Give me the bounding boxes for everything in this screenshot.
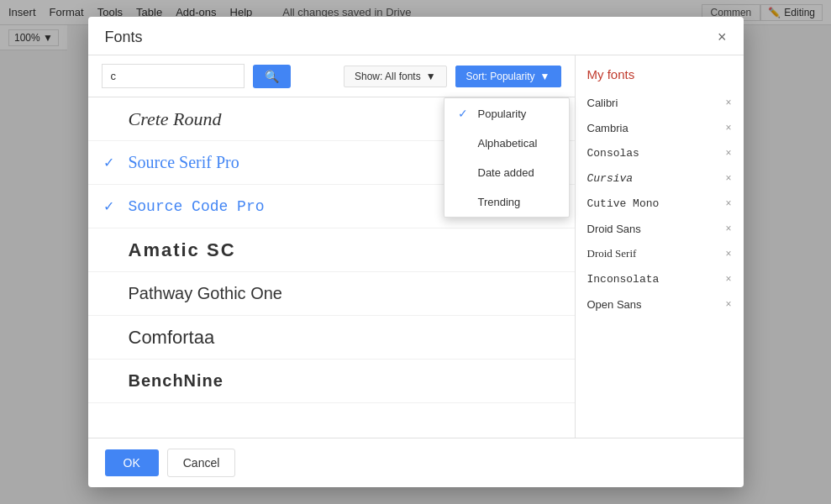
remove-font-button[interactable]: × bbox=[725, 273, 731, 285]
font-name: Pathway Gothic One bbox=[129, 284, 282, 303]
font-search-panel: 🔍 Show: All fonts ▼ Sort: Popularity ▼ bbox=[88, 55, 576, 438]
my-font-droid-sans[interactable]: Droid Sans × bbox=[576, 216, 744, 241]
font-label: Open Sans bbox=[587, 298, 642, 311]
sort-item-trending[interactable]: Trending bbox=[444, 187, 569, 217]
my-fonts-title: My fonts bbox=[576, 67, 744, 90]
font-item-pathway[interactable]: Pathway Gothic One bbox=[88, 272, 575, 316]
chevron-down-icon: ▼ bbox=[426, 71, 436, 82]
font-name: BenchNine bbox=[129, 371, 224, 391]
my-fonts-panel: My fonts Calibri × Cambria × Consolas × … bbox=[576, 55, 744, 438]
font-label: Cutive Mono bbox=[587, 197, 660, 210]
chevron-down-icon-sort: ▼ bbox=[540, 71, 550, 82]
my-font-cambria[interactable]: Cambria × bbox=[576, 115, 744, 140]
font-label: Calibri bbox=[587, 97, 618, 109]
font-label: Inconsolata bbox=[587, 273, 660, 286]
sort-item-date-added[interactable]: Date added bbox=[444, 158, 569, 187]
my-font-inconsolata[interactable]: Inconsolata × bbox=[576, 266, 744, 291]
remove-font-button[interactable]: × bbox=[725, 172, 731, 184]
fonts-dialog: Fonts × 🔍 Show: All fonts ▼ bbox=[88, 17, 744, 487]
font-item-comfortaa[interactable]: Comfortaa bbox=[88, 316, 575, 360]
modal-overlay: Fonts × 🔍 Show: All fonts ▼ bbox=[0, 0, 831, 504]
ok-button[interactable]: OK bbox=[105, 449, 159, 476]
font-name: Comfortaa bbox=[129, 327, 215, 349]
sort-filter-button[interactable]: Sort: Popularity ▼ bbox=[455, 66, 561, 87]
search-icon: 🔍 bbox=[265, 70, 279, 83]
my-font-consolas[interactable]: Consolas × bbox=[576, 140, 744, 165]
check-icon-source-serif: ✓ bbox=[102, 155, 117, 171]
search-filter-row: 🔍 Show: All fonts ▼ Sort: Popularity ▼ bbox=[88, 55, 575, 97]
my-font-calibri[interactable]: Calibri × bbox=[576, 90, 744, 115]
my-font-open-sans[interactable]: Open Sans × bbox=[576, 291, 744, 317]
font-name: Source Serif Pro bbox=[129, 153, 239, 172]
cancel-button[interactable]: Cancel bbox=[167, 449, 236, 477]
remove-font-button[interactable]: × bbox=[725, 298, 731, 310]
remove-font-button[interactable]: × bbox=[725, 122, 731, 134]
font-label: Consolas bbox=[587, 147, 639, 160]
font-item-benchnine[interactable]: BenchNine bbox=[88, 360, 575, 403]
font-name: Amatic SC bbox=[129, 239, 236, 261]
sort-item-popularity[interactable]: ✓ Popularity bbox=[444, 98, 569, 129]
my-font-cursiva[interactable]: Cursiva × bbox=[576, 165, 744, 191]
modal-body: 🔍 Show: All fonts ▼ Sort: Popularity ▼ bbox=[88, 55, 744, 438]
modal-header: Fonts × bbox=[88, 17, 744, 55]
sort-item-alphabetical[interactable]: Alphabetical bbox=[444, 129, 569, 158]
my-font-droid-serif[interactable]: Droid Serif × bbox=[576, 241, 744, 266]
remove-font-button[interactable]: × bbox=[725, 97, 731, 108]
font-name: Source Code Pro bbox=[129, 198, 265, 215]
search-button[interactable]: 🔍 bbox=[253, 65, 291, 88]
modal-title: Fonts bbox=[105, 29, 143, 46]
font-label: Cursiva bbox=[587, 172, 634, 185]
check-icon: ✓ bbox=[458, 107, 470, 120]
font-label: Droid Sans bbox=[587, 223, 641, 235]
font-label: Cambria bbox=[587, 122, 629, 134]
font-name: Crete Round bbox=[129, 108, 222, 130]
remove-font-button[interactable]: × bbox=[725, 248, 731, 260]
font-item-amatic[interactable]: Amatic SC bbox=[88, 228, 575, 272]
remove-font-button[interactable]: × bbox=[725, 223, 731, 234]
remove-font-button[interactable]: × bbox=[725, 147, 731, 159]
font-label: Droid Serif bbox=[587, 247, 637, 260]
modal-footer: OK Cancel bbox=[88, 438, 744, 487]
sort-dropdown: ✓ Popularity Alphabetical Date added bbox=[444, 97, 570, 218]
search-input[interactable] bbox=[102, 64, 245, 88]
remove-font-button[interactable]: × bbox=[725, 197, 731, 209]
close-button[interactable]: × bbox=[718, 29, 727, 46]
show-filter-button[interactable]: Show: All fonts ▼ bbox=[344, 66, 447, 87]
my-font-cutive-mono[interactable]: Cutive Mono × bbox=[576, 191, 744, 216]
check-icon-source-code: ✓ bbox=[102, 198, 117, 214]
